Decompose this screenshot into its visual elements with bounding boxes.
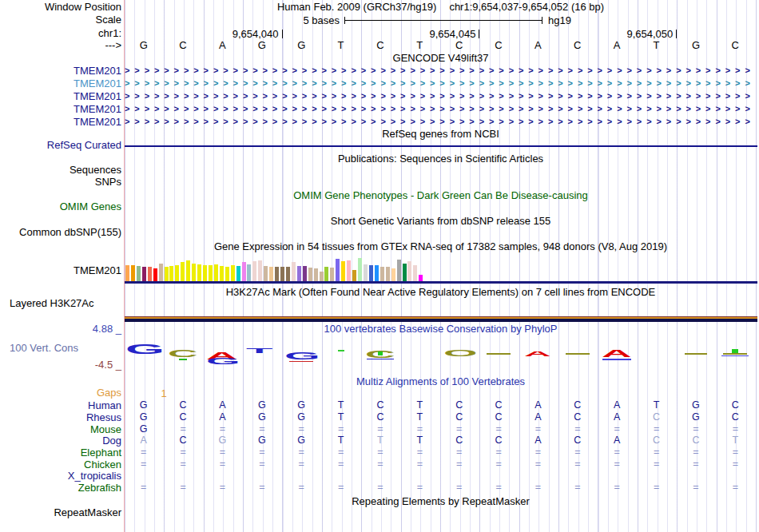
gtex-bar[interactable] (308, 268, 312, 281)
gtex-bar[interactable] (330, 268, 334, 281)
alignment-cell[interactable]: = (723, 447, 747, 458)
alignment-cell[interactable]: C (487, 411, 511, 423)
alignment-cell[interactable]: = (487, 423, 511, 435)
alignment-cell[interactable]: A (526, 435, 550, 446)
gtex-bar[interactable] (403, 264, 407, 281)
gtex-bar[interactable] (347, 260, 351, 281)
gtex-bar[interactable] (252, 261, 256, 281)
alignment-cell[interactable]: = (723, 423, 747, 435)
gtex-bar[interactable] (269, 267, 273, 281)
gtex-bar[interactable] (247, 264, 251, 281)
alignment-cell[interactable]: C (171, 435, 195, 446)
gtex-bar[interactable] (197, 264, 201, 281)
alignment-cell[interactable]: = (289, 482, 313, 493)
alignment-cell[interactable]: = (329, 482, 353, 493)
alignment-cell[interactable]: = (605, 423, 629, 435)
gene-arrows[interactable]: >>>>>>>>>>>>>>>>>>>>>>>>>>>>>>>>>>>>>>>>… (125, 116, 757, 127)
alignment-cell[interactable]: T (329, 435, 353, 446)
alignment-cell[interactable]: G (250, 399, 274, 411)
alignment-cell[interactable]: G (289, 399, 313, 411)
alignment-cell[interactable]: = (526, 459, 550, 470)
phylop-glyph[interactable] (179, 359, 187, 360)
alignment-cell[interactable]: = (171, 459, 195, 470)
gtex-bar[interactable] (153, 268, 157, 281)
gtex-bar[interactable] (336, 259, 340, 281)
alignment-cell[interactable]: A (605, 435, 629, 446)
gtex-bar[interactable] (314, 268, 318, 281)
alignment-cell[interactable]: G (289, 411, 313, 423)
gtex-bar[interactable] (320, 272, 324, 281)
alignment-cell[interactable]: = (368, 459, 392, 470)
alignment-cell[interactable]: C (566, 411, 590, 423)
phylop-glyph[interactable] (367, 359, 394, 359)
gtex-bar[interactable] (397, 260, 401, 281)
gtex-bar[interactable] (380, 267, 384, 281)
gtex-bar[interactable] (148, 267, 152, 281)
alignment-cell[interactable]: C (368, 399, 392, 411)
gtex-bar[interactable] (324, 267, 328, 281)
alignment-cell[interactable]: A (132, 435, 156, 446)
alignment-cell[interactable]: = (605, 447, 629, 458)
alignment-cell[interactable]: = (566, 423, 590, 435)
h3k27ac-band-bottom[interactable] (125, 319, 757, 322)
alignment-cell[interactable]: = (447, 423, 471, 435)
gtex-bar[interactable] (413, 265, 417, 281)
phylop-glyph[interactable]: C (168, 350, 198, 358)
alignment-cell[interactable]: C (487, 435, 511, 446)
alignment-cell[interactable]: = (368, 423, 392, 435)
alignment-cell[interactable]: = (526, 447, 550, 458)
gtex-bar[interactable] (231, 265, 235, 281)
gtex-bar[interactable] (242, 262, 246, 281)
alignment-cell[interactable]: A (605, 411, 629, 423)
phylop-glyph[interactable]: O (443, 350, 475, 356)
alignment-cell[interactable]: C (368, 411, 392, 423)
alignment-cell[interactable]: = (447, 459, 471, 470)
gtex-bar[interactable] (364, 264, 368, 281)
alignment-cell[interactable]: T (645, 399, 669, 411)
alignment-cell[interactable]: C (171, 411, 195, 423)
alignment-cell[interactable]: = (210, 447, 234, 458)
phylop-glyph[interactable] (721, 355, 749, 356)
alignment-cell[interactable]: G (289, 435, 313, 446)
alignment-cell[interactable]: = (645, 459, 669, 470)
phylop-glyph[interactable] (289, 361, 313, 362)
alignment-cell[interactable]: C (566, 399, 590, 411)
alignment-cell[interactable]: = (329, 423, 353, 435)
alignment-cell[interactable]: = (684, 459, 708, 470)
alignment-cell[interactable]: = (645, 482, 669, 493)
alignment-cell[interactable]: = (684, 447, 708, 458)
gtex-bar[interactable] (286, 267, 290, 281)
alignment-cell[interactable]: = (368, 447, 392, 458)
gtex-bar[interactable] (264, 266, 268, 281)
gtex-bar[interactable] (407, 261, 411, 281)
alignment-cell[interactable]: = (566, 459, 590, 470)
alignment-cell[interactable]: = (132, 459, 156, 470)
phylop-glyph[interactable] (723, 353, 747, 355)
alignment-cell[interactable]: C (447, 435, 471, 446)
alignment-cell[interactable]: = (210, 482, 234, 493)
phylop-glyph[interactable] (338, 350, 344, 351)
gtex-bar[interactable] (258, 260, 262, 281)
gtex-bar[interactable] (165, 267, 169, 281)
phylop-glyph[interactable]: G (206, 358, 238, 364)
alignment-cell[interactable]: = (723, 459, 747, 470)
alignment-cell[interactable]: = (487, 459, 511, 470)
phylop-glyph[interactable]: G (125, 345, 162, 355)
gtex-bar[interactable] (341, 261, 345, 281)
alignment-cell[interactable]: = (250, 482, 274, 493)
alignment-cell[interactable]: = (171, 447, 195, 458)
gtex-bar[interactable] (297, 266, 301, 281)
alignment-cell[interactable]: = (368, 482, 392, 493)
gtex-bar[interactable] (275, 267, 279, 281)
gene-arrows[interactable]: >>>>>>>>>>>>>>>>>>>>>>>>>>>>>>>>>>>>>>>>… (125, 90, 757, 101)
alignment-cell[interactable]: C (645, 411, 669, 423)
alignment-cell[interactable]: C (723, 411, 747, 423)
alignment-cell[interactable]: = (487, 447, 511, 458)
gtex-bar[interactable] (419, 275, 423, 281)
alignment-cell[interactable]: T (329, 399, 353, 411)
alignment-cell[interactable]: C (447, 411, 471, 423)
alignment-cell[interactable]: T (329, 411, 353, 423)
alignment-cell[interactable]: = (566, 447, 590, 458)
alignment-cell[interactable]: = (407, 482, 431, 493)
alignment-cell[interactable]: = (132, 447, 156, 458)
